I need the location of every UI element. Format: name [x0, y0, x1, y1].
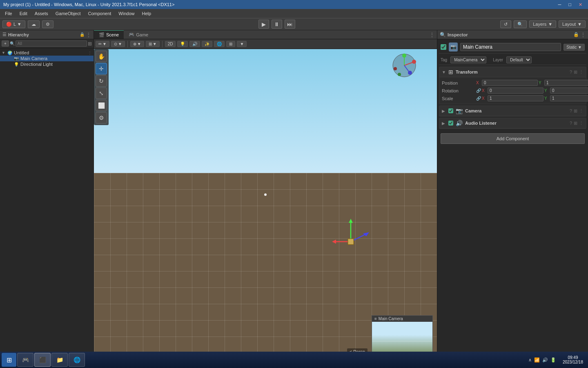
- gizmos-btn[interactable]: ⊙ ▼: [111, 41, 125, 47]
- menu-assets[interactable]: Assets: [31, 10, 51, 17]
- menu-file[interactable]: File: [2, 10, 16, 17]
- gameobject-header: 📷 Static ▼: [439, 41, 586, 54]
- draw-mode-btn[interactable]: ✏ ▼: [96, 41, 109, 47]
- menu-help[interactable]: Help: [138, 10, 154, 17]
- menu-component[interactable]: Component: [85, 10, 114, 17]
- sy-label: Y: [544, 96, 549, 101]
- move-tool-btn[interactable]: ⊕ ▼: [130, 41, 144, 47]
- position-y-input[interactable]: [544, 80, 588, 86]
- play-button[interactable]: ▶: [258, 20, 269, 29]
- search-button[interactable]: 🔍: [514, 20, 527, 28]
- collab-button[interactable]: ☁: [28, 20, 40, 28]
- lighting-btn[interactable]: 💡: [177, 41, 188, 47]
- position-x-input[interactable]: [482, 80, 538, 86]
- 2d-btn[interactable]: 2D: [165, 41, 176, 47]
- audio-btn[interactable]: 🔊: [189, 41, 200, 47]
- history-button[interactable]: ↺: [500, 20, 511, 28]
- static-button[interactable]: Static ▼: [564, 44, 585, 51]
- view-menu-btn[interactable]: ⋮: [430, 32, 434, 38]
- rotate-tool[interactable]: ↻: [96, 75, 107, 87]
- taskbar-file-explorer[interactable]: 📁: [51, 353, 68, 367]
- audio-listener-enabled-checkbox[interactable]: [448, 121, 453, 126]
- transform-header[interactable]: ▼ ⊞ Transform ? ⊞ ⋮: [439, 67, 586, 77]
- transform-menu-btn[interactable]: ⋮: [579, 70, 584, 75]
- hierarchy-item-untitled[interactable]: ▼ 🌍 Untitled ⋮: [0, 50, 94, 56]
- gameobject-name-input[interactable]: [460, 43, 561, 51]
- hand-tool[interactable]: ✋: [96, 51, 107, 62]
- audio-edit-btn[interactable]: ⊞: [574, 121, 577, 126]
- layout-button[interactable]: Layout ▼: [559, 20, 586, 28]
- skybox-btn[interactable]: 🌐: [214, 41, 225, 47]
- services-button[interactable]: ⚙: [42, 20, 53, 28]
- taskbar-unity-hub[interactable]: 🎮: [17, 353, 33, 367]
- layer-select[interactable]: Default: [506, 56, 532, 63]
- scale-y-input[interactable]: [550, 95, 588, 101]
- snap-btn[interactable]: ⊞ ▼: [146, 41, 160, 47]
- add-component-button[interactable]: Add Component: [441, 133, 585, 144]
- view-tabs: 🎬 Scene 🎮 Game ⋮: [94, 30, 437, 39]
- camera-menu-btn[interactable]: ⋮: [579, 108, 584, 114]
- camera-help-btn[interactable]: ?: [570, 108, 572, 114]
- camera-enabled-checkbox[interactable]: [448, 108, 453, 113]
- hierarchy-menu-btn[interactable]: ⋮: [86, 32, 91, 38]
- move-tool[interactable]: ✛: [96, 63, 107, 74]
- tab-scene[interactable]: 🎬 Scene: [94, 30, 124, 39]
- svg-point-13: [408, 71, 412, 75]
- hierarchy-item-main-camera[interactable]: 📷 Main Camera: [0, 56, 94, 61]
- scale-tool[interactable]: ⤡: [96, 88, 107, 99]
- layer-label: Layer: [493, 58, 503, 62]
- fx-btn[interactable]: ✨: [202, 41, 212, 47]
- pause-button[interactable]: ⏸: [272, 20, 282, 29]
- inspector-menu-btn[interactable]: ⋮: [581, 32, 586, 38]
- rotation-y-field: Y: [544, 88, 588, 94]
- scene-view[interactable]: ✋ ✛ ↻ ⤡ ⬜ ⚙: [94, 49, 437, 359]
- rotation-y-input[interactable]: [550, 88, 588, 94]
- grid-btn[interactable]: ⊞: [226, 41, 235, 47]
- maximize-btn[interactable]: □: [566, 2, 574, 7]
- start-button[interactable]: ⊞: [2, 353, 16, 367]
- tag-select[interactable]: MainCamera: [450, 56, 486, 63]
- close-btn[interactable]: ✕: [576, 2, 585, 7]
- history-icon: ↺: [504, 22, 508, 27]
- account-button[interactable]: 🔴 L ▼: [2, 20, 25, 28]
- audio-menu-btn[interactable]: ⋮: [579, 121, 584, 126]
- camera-edit-btn[interactable]: ⊞: [574, 108, 577, 114]
- inspector-lock-btn[interactable]: 🔒: [573, 32, 579, 37]
- hierarchy-lock-btn[interactable]: 🔒: [80, 32, 85, 38]
- play-icon: ▶: [262, 21, 266, 27]
- audio-help-btn[interactable]: ?: [570, 121, 572, 126]
- minimize-btn[interactable]: ─: [556, 2, 564, 7]
- overlay-btn[interactable]: ▼: [237, 41, 247, 47]
- position-x-field: X: [476, 80, 538, 86]
- taskbar-clock[interactable]: 09:49 2023/12/18: [559, 355, 586, 364]
- hierarchy-view-btn[interactable]: ⊞: [88, 41, 92, 47]
- rx-label: X: [482, 88, 487, 93]
- scale-x-input[interactable]: [488, 95, 543, 101]
- menu-gameobject[interactable]: GameObject: [52, 10, 84, 17]
- hierarchy-search-input[interactable]: [16, 40, 87, 47]
- audio-listener-header[interactable]: ▶ 🔊 Audio Listener ? ⊞ ⋮: [439, 118, 586, 128]
- gameobject-enabled-checkbox[interactable]: [441, 44, 446, 50]
- x-label: X: [476, 81, 481, 85]
- hierarchy-add-btn[interactable]: +: [2, 40, 9, 47]
- hierarchy-item-directional-light[interactable]: 💡 Directional Light: [0, 61, 94, 67]
- tab-game[interactable]: 🎮 Game: [124, 30, 153, 39]
- step-button[interactable]: ⏭: [285, 20, 295, 29]
- camera-component-header[interactable]: ▶ 📷 Camera ? ⊞ ⋮: [439, 106, 586, 116]
- rotation-x-input[interactable]: [488, 88, 543, 94]
- transform-edit-btn[interactable]: ⊞: [574, 70, 577, 75]
- svg-marker-5: [363, 232, 369, 236]
- menu-window[interactable]: Window: [115, 10, 138, 17]
- rotation-x-field: 🔗 X: [476, 88, 543, 94]
- camera-component: ▶ 📷 Camera ? ⊞ ⋮: [439, 105, 586, 117]
- taskbar-unity-editor[interactable]: ⬛: [34, 353, 51, 367]
- menu-edit[interactable]: Edit: [16, 10, 31, 17]
- transform-help-btn[interactable]: ?: [570, 70, 572, 75]
- transform-tool[interactable]: ⚙: [96, 112, 107, 123]
- untitled-menu-btn[interactable]: ⋮: [88, 51, 92, 55]
- layers-button[interactable]: Layers ▼: [529, 20, 556, 28]
- scene-orientation-gizmo[interactable]: [392, 53, 416, 78]
- scale-row: Scale 🔗 X Y Z: [442, 94, 584, 102]
- taskbar-chrome[interactable]: 🌐: [69, 353, 85, 367]
- rect-tool[interactable]: ⬜: [96, 100, 107, 111]
